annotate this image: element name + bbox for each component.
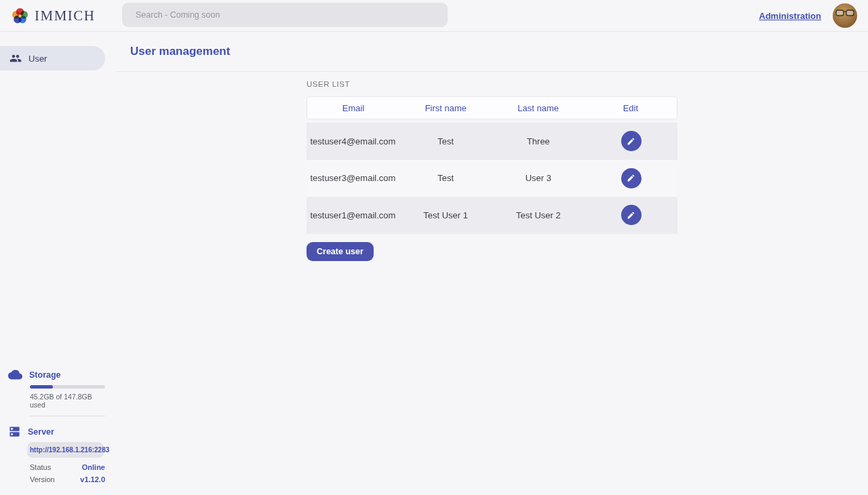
server-version-row: Version v1.12.0	[30, 475, 105, 483]
pencil-icon	[627, 211, 635, 220]
table-row: testuser3@email.com Test User 3	[307, 160, 677, 197]
search-bar	[122, 3, 448, 27]
table-row: testuser4@email.com Test Three	[307, 123, 677, 160]
administration-link[interactable]: Administration	[759, 11, 821, 21]
server-section-header: Server	[8, 425, 105, 438]
sidebar-item-user-label: User	[28, 54, 47, 64]
main-content: User management USER LIST Email First na…	[116, 32, 868, 495]
storage-progress-fill	[30, 385, 53, 389]
user-table: Email First name Last name Edit testuser…	[307, 96, 677, 234]
topbar-right: Administration	[759, 3, 857, 28]
user-list-panel: USER LIST Email First name Last name Edi…	[307, 80, 677, 261]
glasses-icon	[835, 9, 854, 17]
cell-email: testuser3@email.com	[307, 173, 399, 183]
edit-user-button[interactable]	[621, 205, 642, 225]
pencil-icon	[627, 174, 635, 182]
server-url-badge: http://192.168.1.216:2283	[27, 442, 104, 458]
column-header-last-name: Last name	[492, 103, 585, 113]
storage-section-header: Storage	[8, 368, 105, 382]
cell-last-name: User 3	[492, 173, 585, 183]
top-navigation-bar: IMMICH Administration	[0, 0, 868, 32]
page-shell: User Storage 45.2GB of 147.8GB used	[0, 32, 868, 495]
group-icon	[9, 52, 22, 64]
brand-name: IMMICH	[35, 7, 96, 24]
search-input[interactable]	[122, 3, 448, 27]
user-avatar[interactable]	[833, 3, 857, 28]
table-row: testuser1@email.com Test User 1 Test Use…	[307, 197, 677, 234]
admin-sidebar: User Storage 45.2GB of 147.8GB used	[0, 32, 116, 495]
edit-user-button[interactable]	[621, 168, 642, 189]
status-label: Status	[30, 463, 51, 471]
cloud-icon	[8, 368, 22, 382]
user-list-label: USER LIST	[307, 80, 677, 88]
cell-first-name: Test User 1	[399, 210, 492, 220]
column-header-edit: Edit	[585, 103, 677, 113]
storage-usage-text: 45.2GB of 147.8GB used	[30, 393, 105, 409]
user-table-header: Email First name Last name Edit	[307, 96, 677, 119]
cell-last-name: Three	[492, 136, 585, 146]
version-value: v1.12.0	[80, 475, 105, 483]
cell-first-name: Test	[399, 173, 492, 183]
pencil-icon	[627, 137, 635, 146]
page-title: User management	[130, 45, 230, 58]
server-title: Server	[28, 427, 54, 437]
create-user-button[interactable]: Create user	[307, 242, 374, 261]
status-value: Online	[82, 463, 105, 471]
user-table-body: testuser4@email.com Test Three t	[307, 123, 677, 234]
column-header-email: Email	[307, 103, 399, 113]
immich-logo-icon	[11, 7, 29, 25]
storage-title: Storage	[29, 370, 61, 380]
edit-user-button[interactable]	[621, 131, 642, 151]
cell-first-name: Test	[399, 136, 492, 146]
immich-brand[interactable]: IMMICH	[11, 7, 96, 25]
cell-email: testuser4@email.com	[307, 136, 399, 146]
server-rack-icon	[8, 425, 21, 438]
page-header: User management	[116, 32, 868, 72]
sidebar-item-user[interactable]: User	[0, 46, 105, 71]
cell-last-name: Test User 2	[492, 210, 585, 220]
version-label: Version	[30, 475, 55, 483]
column-header-first-name: First name	[399, 103, 492, 113]
storage-progress-bar	[30, 385, 105, 389]
server-status-row: Status Online	[30, 463, 105, 471]
sidebar-divider	[30, 416, 105, 416]
sidebar-bottom-panel: Storage 45.2GB of 147.8GB used Server ht…	[0, 368, 116, 495]
cell-email: testuser1@email.com	[307, 210, 399, 220]
server-section: Server http://192.168.1.216:2283 Status …	[8, 425, 105, 483]
